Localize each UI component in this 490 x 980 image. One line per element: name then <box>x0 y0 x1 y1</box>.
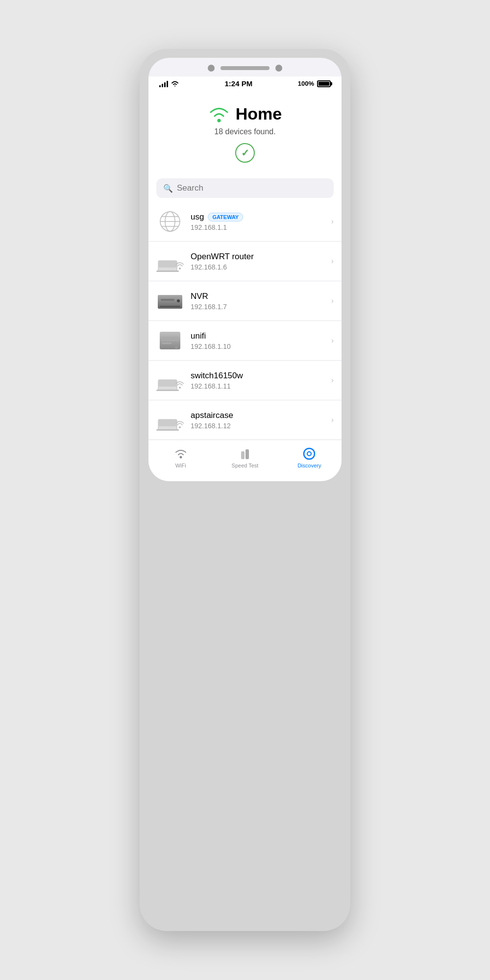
device-item-unifi[interactable]: unifi 192.168.1.10 › <box>148 321 342 361</box>
phone-screen: 1:24 PM 100% Home <box>148 58 342 481</box>
device-icon-apstaircase <box>156 406 184 434</box>
phone-frame: 1:24 PM 100% Home <box>140 49 350 931</box>
device-name-row-switch: switch16150w <box>191 371 324 381</box>
device-ip-switch: 192.168.1.11 <box>191 382 324 390</box>
device-info-apstaircase: apstaircase 192.168.1.12 <box>191 411 324 430</box>
device-item-nvr[interactable]: NVR 192.168.1.7 › <box>148 281 342 321</box>
tab-speedtest[interactable]: Speed Test <box>213 444 277 471</box>
chevron-right-apstaircase: › <box>331 416 334 424</box>
chevron-right-switch: › <box>331 376 334 385</box>
discovery-tab-icon <box>302 447 316 461</box>
header-title-row: Home <box>158 104 332 123</box>
svg-point-23 <box>179 387 181 389</box>
device-ip-apstaircase: 192.168.1.12 <box>191 422 324 430</box>
tab-discovery[interactable]: Discovery <box>277 444 342 471</box>
wifi-tab-icon-wrap <box>174 447 188 461</box>
search-icon: 🔍 <box>163 184 173 193</box>
device-name-nvr: NVR <box>191 292 208 301</box>
signal-bars <box>159 80 168 87</box>
device-name-usg: usg <box>191 212 204 222</box>
chevron-right-unifi: › <box>331 336 334 345</box>
wifi-status-icon <box>171 80 179 87</box>
status-bar: 1:24 PM 100% <box>148 76 342 90</box>
device-item-usg[interactable]: usg GATEWAY 192.168.1.1 › <box>148 202 342 242</box>
status-right: 100% <box>298 80 331 87</box>
tab-wifi[interactable]: WiFi <box>148 444 213 471</box>
globe-icon <box>158 209 182 234</box>
wifi-tab-icon <box>174 449 187 459</box>
svg-rect-7 <box>158 261 177 268</box>
device-name-row-unifi: unifi <box>191 331 324 341</box>
device-info-switch: switch16150w 192.168.1.11 <box>191 371 324 390</box>
device-info-usg: usg GATEWAY 192.168.1.1 <box>191 212 324 231</box>
device-name-row-usg: usg GATEWAY <box>191 212 324 222</box>
svg-rect-18 <box>162 343 172 344</box>
device-item-apstaircase[interactable]: apstaircase 192.168.1.12 › <box>148 400 342 440</box>
header-section: Home 18 devices found. ✓ <box>148 90 342 172</box>
svg-rect-30 <box>245 449 249 459</box>
devices-found-text: 18 devices found. <box>158 127 332 136</box>
svg-point-31 <box>304 448 315 459</box>
device-icon-openwrt <box>156 247 184 275</box>
search-input[interactable] <box>177 183 327 193</box>
svg-rect-26 <box>156 429 179 431</box>
ap-icon <box>156 409 184 431</box>
device-ip-nvr: 192.168.1.7 <box>191 303 324 311</box>
svg-rect-29 <box>241 451 245 459</box>
discovery-tab-icon-wrap <box>302 447 316 461</box>
nvr-icon <box>157 291 183 311</box>
switch-router-icon <box>156 369 184 392</box>
battery-fill <box>318 82 329 86</box>
phone-top-bar <box>148 58 342 76</box>
network-name: Home <box>236 104 282 123</box>
speedtest-tab-icon-wrap <box>238 447 252 461</box>
device-ip-unifi: 192.168.1.10 <box>191 343 324 350</box>
device-name-row-nvr: NVR <box>191 292 324 301</box>
chevron-right-nvr: › <box>331 296 334 305</box>
svg-rect-25 <box>158 419 177 426</box>
device-list: usg GATEWAY 192.168.1.1 › <box>148 202 342 440</box>
device-item-openwrt[interactable]: OpenWRT router 192.168.1.6 › <box>148 242 342 281</box>
tab-discovery-label: Discovery <box>297 463 321 468</box>
front-camera <box>208 65 215 72</box>
device-info-nvr: NVR 192.168.1.7 <box>191 292 324 311</box>
status-time: 1:24 PM <box>225 79 253 88</box>
device-icon-unifi <box>156 327 184 354</box>
sensor <box>275 65 282 72</box>
signal-bar-1 <box>159 85 161 87</box>
search-container: 🔍 <box>148 172 342 202</box>
chevron-right-usg: › <box>331 217 334 226</box>
router-icon <box>156 250 184 272</box>
device-info-openwrt: OpenWRT router 192.168.1.6 <box>191 252 324 271</box>
device-icon-switch <box>156 367 184 394</box>
svg-point-0 <box>217 119 220 122</box>
device-info-unifi: unifi 192.168.1.10 <box>191 331 324 350</box>
svg-rect-8 <box>156 270 179 272</box>
svg-rect-21 <box>158 380 177 387</box>
device-icon-usg <box>156 208 184 235</box>
signal-bar-4 <box>167 81 168 87</box>
svg-point-9 <box>179 268 181 270</box>
signal-bar-3 <box>164 82 166 87</box>
device-name-switch: switch16150w <box>191 371 243 381</box>
gateway-badge: GATEWAY <box>208 213 243 221</box>
svg-rect-14 <box>161 299 174 301</box>
svg-rect-12 <box>160 306 180 307</box>
svg-point-32 <box>307 452 311 456</box>
device-name-unifi: unifi <box>191 331 206 341</box>
device-icon-nvr <box>156 287 184 315</box>
check-mark-icon: ✓ <box>241 148 249 158</box>
device-ip-usg: 192.168.1.1 <box>191 223 324 231</box>
device-name-row-apstaircase: apstaircase <box>191 411 324 420</box>
wifi-green-icon <box>208 106 230 122</box>
status-left <box>159 80 179 87</box>
unifi-icon <box>158 329 182 352</box>
svg-point-28 <box>179 456 182 459</box>
device-item-switch[interactable]: switch16150w 192.168.1.11 › <box>148 361 342 400</box>
main-content: Home 18 devices found. ✓ 🔍 <box>148 90 342 440</box>
battery-percent: 100% <box>298 80 314 87</box>
search-wrapper[interactable]: 🔍 <box>156 178 334 198</box>
tab-wifi-label: WiFi <box>175 463 186 468</box>
device-ip-openwrt: 192.168.1.6 <box>191 263 324 271</box>
svg-point-27 <box>179 426 181 428</box>
